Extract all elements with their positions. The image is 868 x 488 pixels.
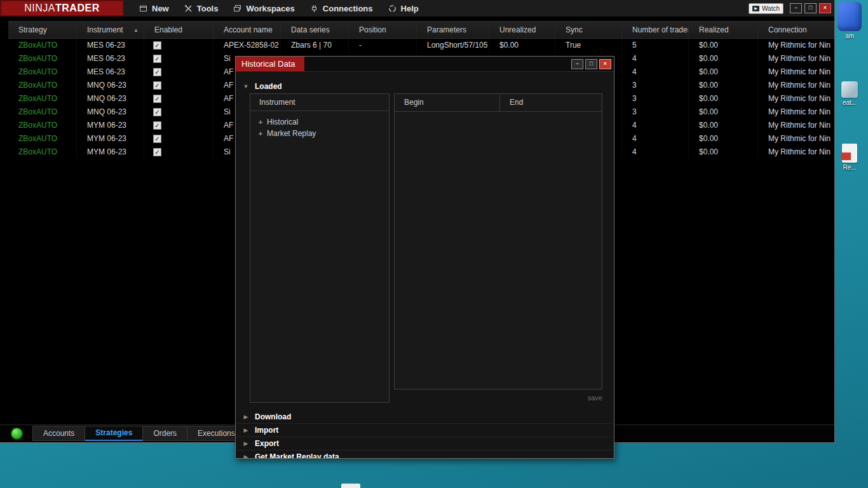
tools-icon — [184, 4, 193, 13]
desktop: am eat... Re... NINJATRADER New — [0, 0, 868, 488]
enabled-checkbox[interactable]: ✓ — [153, 121, 161, 130]
menu-new[interactable]: New — [139, 4, 169, 13]
collapsed-icon: ▶ — [243, 454, 249, 459]
column-header-enabled[interactable]: Enabled — [144, 22, 214, 38]
cell-instrument: MNQ 06-23 — [77, 79, 144, 92]
download-section-expander[interactable]: ▶ Download — [236, 410, 614, 423]
expand-plus-icon[interactable]: + — [258, 130, 263, 137]
instrument-tree: + Historical + Market Replay — [250, 111, 389, 139]
cell-strategy: ZBoxAUTO — [8, 65, 77, 79]
get-market-replay-section-expander[interactable]: ▶ Get Market Replay data — [236, 450, 614, 459]
cell-realized: $0.00 — [689, 39, 758, 52]
instrument-column-header[interactable]: Instrument — [250, 94, 389, 111]
cell-realized: $0.00 — [689, 105, 758, 119]
import-section-expander[interactable]: ▶ Import — [236, 423, 614, 437]
dialog-close-button[interactable]: × — [599, 59, 611, 69]
end-column-header[interactable]: End — [500, 94, 602, 111]
loaded-section-expander[interactable]: ▼ Loaded — [236, 81, 614, 92]
tree-item-market-replay[interactable]: + Market Replay — [250, 128, 389, 139]
dialog-sections: ▶ Download ▶ Import ▶ Export ▶ Get Marke… — [236, 410, 614, 459]
desktop-icon-2[interactable]: eat... — [835, 81, 864, 106]
menu-label: Help — [401, 4, 419, 13]
column-header-number-of-trades[interactable]: Number of trades — [622, 22, 689, 38]
collapsed-icon: ▶ — [243, 414, 249, 420]
cell-realized: $0.00 — [689, 65, 758, 79]
save-button[interactable]: save — [588, 394, 602, 402]
range-header-row: Begin End — [395, 94, 602, 112]
cell-enabled: ✓ — [144, 92, 214, 105]
cell-strategy: ZBoxAUTO — [8, 52, 77, 65]
begin-column-header[interactable]: Begin — [395, 94, 500, 111]
date-range-panel: Begin End — [394, 93, 602, 390]
document-app-icon — [842, 144, 857, 163]
column-header-connection[interactable]: Connection — [758, 22, 834, 38]
enabled-checkbox[interactable]: ✓ — [153, 55, 161, 63]
column-header-unrealized[interactable]: Unrealized — [489, 22, 555, 38]
table-row[interactable]: ZBoxAUTO MES 06-23 ✓ APEX-52858-02 Zbars… — [8, 39, 834, 52]
column-header-account-name[interactable]: Account name — [214, 22, 281, 38]
column-header-strategy[interactable]: Strategy — [8, 22, 77, 38]
column-header-sync[interactable]: Sync — [555, 22, 622, 38]
export-section-expander[interactable]: ▶ Export — [236, 437, 614, 450]
column-header-realized[interactable]: Realized — [689, 22, 758, 38]
cell-realized: $0.00 — [689, 146, 758, 159]
desktop-icon-1[interactable]: am — [835, 2, 864, 39]
column-header-instrument[interactable]: Instrument ▲ — [77, 22, 144, 38]
dialog-maximize-button[interactable]: □ — [585, 59, 597, 69]
column-header-position[interactable]: Position — [349, 22, 417, 38]
close-button[interactable]: × — [819, 3, 831, 13]
cell-number-of-trades: 3 — [622, 105, 689, 119]
menu-workspaces[interactable]: Workspaces — [233, 4, 294, 13]
cell-connection: My Rithmic for Nin — [758, 65, 834, 79]
menu-label: Tools — [197, 4, 219, 13]
cell-number-of-trades: 4 — [622, 65, 689, 79]
collapsed-icon: ▶ — [243, 440, 249, 447]
menu-help[interactable]: Help — [388, 4, 419, 13]
cell-parameters: LongShort/57/105 — [417, 39, 489, 52]
cell-enabled: ✓ — [144, 52, 214, 65]
cell-enabled: ✓ — [144, 105, 214, 119]
cell-strategy: ZBoxAUTO — [8, 92, 77, 105]
expand-plus-icon[interactable]: + — [258, 118, 263, 126]
column-header-data-series[interactable]: Data series — [281, 22, 349, 38]
tab-strategies[interactable]: Strategies — [85, 426, 143, 441]
enabled-checkbox[interactable]: ✓ — [153, 135, 161, 143]
enabled-checkbox[interactable]: ✓ — [153, 41, 161, 50]
cell-enabled: ✓ — [144, 65, 214, 79]
column-header-parameters[interactable]: Parameters — [417, 22, 489, 38]
sort-ascending-icon: ▲ — [133, 22, 139, 38]
menu-connections[interactable]: Connections — [310, 4, 373, 13]
enabled-checkbox[interactable]: ✓ — [153, 148, 161, 156]
dialog-titlebar[interactable]: Historical Data − □ × — [236, 57, 614, 72]
cell-enabled: ✓ — [144, 146, 214, 159]
tab-orders[interactable]: Orders — [143, 426, 187, 441]
enabled-checkbox[interactable]: ✓ — [153, 108, 161, 116]
section-label: Get Market Replay data — [255, 452, 339, 459]
enabled-checkbox[interactable]: ✓ — [153, 68, 161, 76]
cell-connection: My Rithmic for Nin — [758, 105, 834, 119]
dialog-minimize-button[interactable]: − — [571, 59, 583, 69]
maximize-button[interactable]: □ — [804, 3, 817, 13]
watch-button[interactable]: ▶ Watch — [749, 3, 783, 14]
minimize-button[interactable]: − — [790, 3, 802, 13]
tree-item-historical[interactable]: + Historical — [250, 116, 389, 128]
cell-strategy: ZBoxAUTO — [8, 39, 77, 52]
cell-realized: $0.00 — [689, 79, 758, 92]
cell-instrument: MYM 06-23 — [77, 146, 144, 159]
menu-tools[interactable]: Tools — [184, 4, 219, 13]
cell-enabled: ✓ — [144, 79, 214, 92]
cell-realized: $0.00 — [689, 52, 758, 65]
enabled-checkbox[interactable]: ✓ — [153, 95, 161, 103]
desktop-icon-3[interactable]: Re... — [835, 144, 864, 171]
workspaces-icon — [233, 4, 241, 13]
cell-connection: My Rithmic for Nin — [758, 79, 834, 92]
tree-item-label: Historical — [267, 118, 298, 126]
tab-accounts[interactable]: Accounts — [32, 426, 85, 441]
connection-status-icon — [11, 428, 22, 439]
cell-strategy: ZBoxAUTO — [8, 146, 77, 159]
enabled-checkbox[interactable]: ✓ — [153, 81, 161, 90]
cell-strategy: ZBoxAUTO — [8, 105, 77, 119]
taskbar-peek-button[interactable] — [341, 484, 360, 488]
expanded-icon: ▼ — [243, 83, 249, 90]
menubar: NINJATRADER New Tools — [0, 0, 834, 17]
